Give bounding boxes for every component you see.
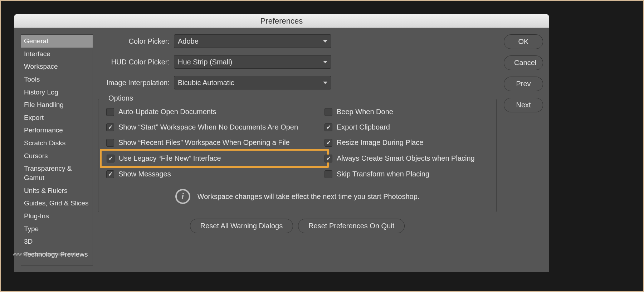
info-row: iWorkspace changes will take effect the …: [106, 185, 488, 204]
window-title: Preferences: [260, 16, 303, 26]
sidebar-item-tools[interactable]: Tools: [21, 73, 93, 86]
select-color-picker[interactable]: Adobe: [174, 34, 331, 48]
bottom-button-row: Reset All Warning Dialogs Reset Preferen…: [98, 219, 497, 233]
select-image-interpolation[interactable]: Bicubic Automatic: [174, 76, 331, 89]
settings-panel: Color Picker: Adobe HUD Color Picker: Hu…: [98, 34, 497, 266]
sidebar-item-history-log[interactable]: History Log: [21, 86, 93, 99]
label-image-interpolation: Image Interpolation:: [98, 79, 170, 87]
checkbox[interactable]: [325, 108, 332, 116]
checkbox[interactable]: [106, 170, 114, 178]
info-text: Workspace changes will take effect the n…: [197, 193, 420, 201]
reset-warnings-button[interactable]: Reset All Warning Dialogs: [190, 219, 293, 233]
left-option-use-legacy-file-new-interface[interactable]: Use Legacy “File New” Interface: [107, 154, 322, 162]
next-button[interactable]: Next: [504, 98, 543, 112]
sidebar-item-type[interactable]: Type: [21, 223, 93, 235]
checkbox-label: Show “Start” Workspace When No Documents…: [118, 123, 298, 131]
checkbox-label: Auto-Update Open Documents: [118, 108, 216, 116]
sidebar-item-file-handling[interactable]: File Handling: [21, 98, 93, 111]
options-legend: Options: [106, 94, 136, 102]
checkbox[interactable]: [107, 155, 114, 162]
row-color-picker: Color Picker: Adobe: [98, 34, 497, 48]
checkbox-label: Skip Transform when Placing: [337, 170, 429, 178]
cancel-button[interactable]: Cancel: [504, 55, 543, 70]
category-sidebar: GeneralInterfaceWorkspaceToolsHistory Lo…: [21, 34, 93, 266]
dialog-side-buttons: OK Cancel Prev Next: [504, 34, 542, 266]
checkbox[interactable]: [325, 139, 332, 147]
checkbox[interactable]: [106, 123, 114, 131]
chevron-down-icon: [323, 82, 327, 84]
select-color-picker-value: Adobe: [178, 37, 199, 45]
checkbox-label: Always Create Smart Objects when Placing: [337, 154, 475, 162]
options-fieldset: Options Auto-Update Open DocumentsBeep W…: [98, 99, 497, 212]
sidebar-item-guides-grid-slices[interactable]: Guides, Grid & Slices: [21, 197, 93, 210]
watermark-text: www.heritagechristiancollege.com: [13, 252, 75, 256]
sidebar-item-interface[interactable]: Interface: [21, 48, 93, 60]
checkbox-label: Use Legacy “File New” Interface: [119, 154, 221, 162]
right-option-beep-when-done[interactable]: Beep When Done: [325, 108, 488, 116]
checkbox[interactable]: [325, 123, 332, 131]
checkbox[interactable]: [106, 139, 114, 147]
sidebar-item-general[interactable]: General: [21, 35, 93, 48]
left-option-show-start-workspace-when-no-documents-a[interactable]: Show “Start” Workspace When No Documents…: [106, 123, 322, 131]
sidebar-item-performance[interactable]: Performance: [21, 124, 93, 137]
checkbox[interactable]: [325, 170, 332, 178]
window-titlebar: Preferences: [14, 14, 549, 28]
chevron-down-icon: [323, 40, 327, 43]
preferences-window: Preferences GeneralInterfaceWorkspaceToo…: [14, 14, 549, 272]
prev-button[interactable]: Prev: [504, 77, 543, 91]
right-option-skip-transform-when-placing[interactable]: Skip Transform when Placing: [325, 170, 488, 178]
right-option-always-create-smart-objects-when-placing[interactable]: Always Create Smart Objects when Placing: [325, 154, 488, 162]
chevron-down-icon: [323, 61, 327, 63]
left-option-show-recent-files-workspace-when-opening[interactable]: Show “Recent Files” Workspace When Openi…: [106, 138, 322, 147]
ok-button[interactable]: OK: [504, 34, 543, 49]
highlight-box: Use Legacy “File New” Interface: [100, 149, 329, 168]
sidebar-item-export[interactable]: Export: [21, 111, 93, 124]
row-image-interpolation: Image Interpolation: Bicubic Automatic: [98, 76, 497, 89]
right-option-export-clipboard[interactable]: Export Clipboard: [325, 123, 488, 131]
select-image-interpolation-value: Bicubic Automatic: [178, 79, 234, 87]
sidebar-item-units-rulers[interactable]: Units & Rulers: [21, 184, 93, 197]
row-hud-color-picker: HUD Color Picker: Hue Strip (Small): [98, 55, 497, 69]
left-option-auto-update-open-documents[interactable]: Auto-Update Open Documents: [106, 108, 322, 116]
sidebar-item-cursors[interactable]: Cursors: [21, 150, 93, 162]
left-option-show-messages[interactable]: Show Messages: [106, 170, 322, 178]
checkbox-label: Beep When Done: [337, 108, 393, 116]
sidebar-item-3d[interactable]: 3D: [21, 235, 93, 248]
checkbox-label: Export Clipboard: [337, 123, 390, 131]
checkbox-label: Resize Image During Place: [337, 138, 423, 147]
label-color-picker: Color Picker:: [98, 37, 170, 45]
window-content: GeneralInterfaceWorkspaceToolsHistory Lo…: [14, 28, 549, 272]
right-option-resize-image-during-place[interactable]: Resize Image During Place: [325, 138, 488, 147]
sidebar-item-plug-ins[interactable]: Plug-Ins: [21, 210, 93, 223]
checkbox-label: Show “Recent Files” Workspace When Openi…: [118, 138, 290, 147]
reset-on-quit-button[interactable]: Reset Preferences On Quit: [298, 219, 405, 233]
select-hud-color-picker-value: Hue Strip (Small): [178, 58, 232, 66]
label-hud-color-picker: HUD Color Picker:: [98, 58, 170, 66]
select-hud-color-picker[interactable]: Hue Strip (Small): [174, 55, 331, 69]
options-grid: Auto-Update Open DocumentsBeep When Done…: [106, 108, 488, 204]
checkbox[interactable]: [325, 155, 332, 162]
checkbox[interactable]: [106, 108, 114, 116]
checkbox-label: Show Messages: [118, 170, 171, 178]
main-area: Color Picker: Adobe HUD Color Picker: Hu…: [98, 34, 542, 266]
info-icon: i: [175, 189, 190, 204]
sidebar-item-workspace[interactable]: Workspace: [21, 60, 93, 73]
sidebar-item-transparency-gamut[interactable]: Transparency & Gamut: [21, 162, 93, 184]
sidebar-item-scratch-disks[interactable]: Scratch Disks: [21, 137, 93, 150]
